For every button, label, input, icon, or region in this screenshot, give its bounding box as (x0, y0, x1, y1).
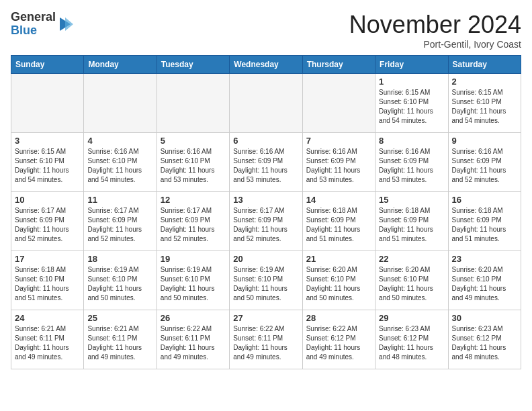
day-info: Sunrise: 6:19 AM Sunset: 6:10 PM Dayligh… (87, 265, 152, 303)
day-number: 11 (87, 195, 152, 205)
day-info: Sunrise: 6:15 AM Sunset: 6:10 PM Dayligh… (452, 88, 517, 126)
day-number: 16 (452, 195, 517, 205)
calendar-cell: 23Sunrise: 6:20 AM Sunset: 6:10 PM Dayli… (448, 251, 521, 310)
logo-general-text: General (11, 11, 56, 24)
day-number: 3 (15, 136, 80, 146)
calendar-cell (302, 74, 375, 133)
day-number: 25 (87, 313, 152, 323)
day-info: Sunrise: 6:16 AM Sunset: 6:09 PM Dayligh… (452, 147, 517, 185)
calendar-cell (230, 74, 302, 133)
day-number: 22 (379, 254, 444, 264)
day-number: 7 (306, 136, 371, 146)
day-info: Sunrise: 6:22 AM Sunset: 6:12 PM Dayligh… (306, 324, 371, 362)
day-info: Sunrise: 6:19 AM Sunset: 6:10 PM Dayligh… (161, 265, 226, 303)
day-info: Sunrise: 6:16 AM Sunset: 6:09 PM Dayligh… (233, 147, 298, 185)
day-number: 26 (161, 313, 226, 323)
day-number: 2 (452, 77, 517, 87)
calendar-cell: 25Sunrise: 6:21 AM Sunset: 6:11 PM Dayli… (84, 310, 157, 369)
calendar-week-5: 24Sunrise: 6:21 AM Sunset: 6:11 PM Dayli… (11, 310, 521, 369)
day-info: Sunrise: 6:17 AM Sunset: 6:09 PM Dayligh… (233, 206, 298, 244)
calendar-week-2: 3Sunrise: 6:15 AM Sunset: 6:10 PM Daylig… (11, 133, 521, 192)
calendar-cell: 19Sunrise: 6:19 AM Sunset: 6:10 PM Dayli… (157, 251, 229, 310)
calendar-cell: 8Sunrise: 6:16 AM Sunset: 6:09 PM Daylig… (375, 133, 448, 192)
day-number: 15 (379, 195, 444, 205)
month-title: November 2024 (349, 11, 521, 39)
day-info: Sunrise: 6:20 AM Sunset: 6:10 PM Dayligh… (306, 265, 371, 303)
calendar-cell: 20Sunrise: 6:19 AM Sunset: 6:10 PM Dayli… (230, 251, 302, 310)
day-info: Sunrise: 6:23 AM Sunset: 6:12 PM Dayligh… (452, 324, 517, 362)
calendar-cell: 13Sunrise: 6:17 AM Sunset: 6:09 PM Dayli… (230, 192, 302, 251)
calendar-cell: 14Sunrise: 6:18 AM Sunset: 6:09 PM Dayli… (302, 192, 375, 251)
day-info: Sunrise: 6:17 AM Sunset: 6:09 PM Dayligh… (161, 206, 226, 244)
day-number: 19 (161, 254, 226, 264)
day-number: 21 (306, 254, 371, 264)
calendar-cell: 21Sunrise: 6:20 AM Sunset: 6:10 PM Dayli… (302, 251, 375, 310)
day-number: 17 (15, 254, 80, 264)
calendar-cell: 24Sunrise: 6:21 AM Sunset: 6:11 PM Dayli… (11, 310, 84, 369)
weekday-header-friday: Friday (375, 56, 448, 74)
calendar-cell: 10Sunrise: 6:17 AM Sunset: 6:09 PM Dayli… (11, 192, 84, 251)
calendar-table: SundayMondayTuesdayWednesdayThursdayFrid… (11, 55, 521, 369)
day-number: 10 (15, 195, 80, 205)
weekday-header-thursday: Thursday (302, 56, 375, 74)
day-info: Sunrise: 6:16 AM Sunset: 6:10 PM Dayligh… (87, 147, 152, 185)
day-number: 4 (87, 136, 152, 146)
day-info: Sunrise: 6:17 AM Sunset: 6:09 PM Dayligh… (87, 206, 152, 244)
weekday-header-tuesday: Tuesday (157, 56, 229, 74)
day-info: Sunrise: 6:23 AM Sunset: 6:12 PM Dayligh… (379, 324, 444, 362)
day-info: Sunrise: 6:16 AM Sunset: 6:09 PM Dayligh… (306, 147, 371, 185)
day-number: 23 (452, 254, 517, 264)
calendar-cell (157, 74, 229, 133)
calendar-header-row: SundayMondayTuesdayWednesdayThursdayFrid… (11, 56, 521, 74)
weekday-header-sunday: Sunday (11, 56, 84, 74)
day-info: Sunrise: 6:22 AM Sunset: 6:11 PM Dayligh… (161, 324, 226, 362)
day-info: Sunrise: 6:16 AM Sunset: 6:10 PM Dayligh… (161, 147, 226, 185)
day-info: Sunrise: 6:17 AM Sunset: 6:09 PM Dayligh… (15, 206, 80, 244)
day-number: 12 (161, 195, 226, 205)
day-info: Sunrise: 6:15 AM Sunset: 6:10 PM Dayligh… (379, 88, 444, 126)
day-number: 14 (306, 195, 371, 205)
calendar-week-1: 1Sunrise: 6:15 AM Sunset: 6:10 PM Daylig… (11, 74, 521, 133)
day-number: 18 (87, 254, 152, 264)
day-info: Sunrise: 6:21 AM Sunset: 6:11 PM Dayligh… (87, 324, 152, 362)
day-number: 13 (233, 195, 298, 205)
calendar-cell: 15Sunrise: 6:18 AM Sunset: 6:09 PM Dayli… (375, 192, 448, 251)
calendar-cell: 27Sunrise: 6:22 AM Sunset: 6:11 PM Dayli… (230, 310, 302, 369)
day-info: Sunrise: 6:18 AM Sunset: 6:09 PM Dayligh… (452, 206, 517, 244)
day-number: 1 (379, 77, 444, 87)
calendar-cell: 28Sunrise: 6:22 AM Sunset: 6:12 PM Dayli… (302, 310, 375, 369)
calendar-cell (11, 74, 84, 133)
day-info: Sunrise: 6:16 AM Sunset: 6:09 PM Dayligh… (379, 147, 444, 185)
day-number: 6 (233, 136, 298, 146)
page-header: General Blue November 2024 Port-Gentil, … (11, 11, 521, 50)
day-info: Sunrise: 6:21 AM Sunset: 6:11 PM Dayligh… (15, 324, 80, 362)
calendar-cell: 12Sunrise: 6:17 AM Sunset: 6:09 PM Dayli… (157, 192, 229, 251)
calendar-cell: 7Sunrise: 6:16 AM Sunset: 6:09 PM Daylig… (302, 133, 375, 192)
calendar-cell: 6Sunrise: 6:16 AM Sunset: 6:09 PM Daylig… (230, 133, 302, 192)
calendar-cell: 29Sunrise: 6:23 AM Sunset: 6:12 PM Dayli… (375, 310, 448, 369)
calendar-cell (84, 74, 157, 133)
day-info: Sunrise: 6:20 AM Sunset: 6:10 PM Dayligh… (452, 265, 517, 303)
day-number: 8 (379, 136, 444, 146)
day-number: 29 (379, 313, 444, 323)
weekday-header-wednesday: Wednesday (230, 56, 302, 74)
day-number: 27 (233, 313, 298, 323)
calendar-cell: 11Sunrise: 6:17 AM Sunset: 6:09 PM Dayli… (84, 192, 157, 251)
weekday-header-saturday: Saturday (448, 56, 521, 74)
day-number: 9 (452, 136, 517, 146)
calendar-cell: 22Sunrise: 6:20 AM Sunset: 6:10 PM Dayli… (375, 251, 448, 310)
day-info: Sunrise: 6:18 AM Sunset: 6:10 PM Dayligh… (15, 265, 80, 303)
day-info: Sunrise: 6:15 AM Sunset: 6:10 PM Dayligh… (15, 147, 80, 185)
location-text: Port-Gentil, Ivory Coast (349, 39, 521, 50)
calendar-cell: 2Sunrise: 6:15 AM Sunset: 6:10 PM Daylig… (448, 74, 521, 133)
calendar-cell: 5Sunrise: 6:16 AM Sunset: 6:10 PM Daylig… (157, 133, 229, 192)
day-number: 20 (233, 254, 298, 264)
day-info: Sunrise: 6:18 AM Sunset: 6:09 PM Dayligh… (379, 206, 444, 244)
svg-marker-1 (65, 17, 73, 31)
weekday-header-monday: Monday (84, 56, 157, 74)
title-block: November 2024 Port-Gentil, Ivory Coast (349, 11, 521, 50)
day-number: 24 (15, 313, 80, 323)
calendar-cell: 26Sunrise: 6:22 AM Sunset: 6:11 PM Dayli… (157, 310, 229, 369)
day-info: Sunrise: 6:18 AM Sunset: 6:09 PM Dayligh… (306, 206, 371, 244)
calendar-cell: 30Sunrise: 6:23 AM Sunset: 6:12 PM Dayli… (448, 310, 521, 369)
